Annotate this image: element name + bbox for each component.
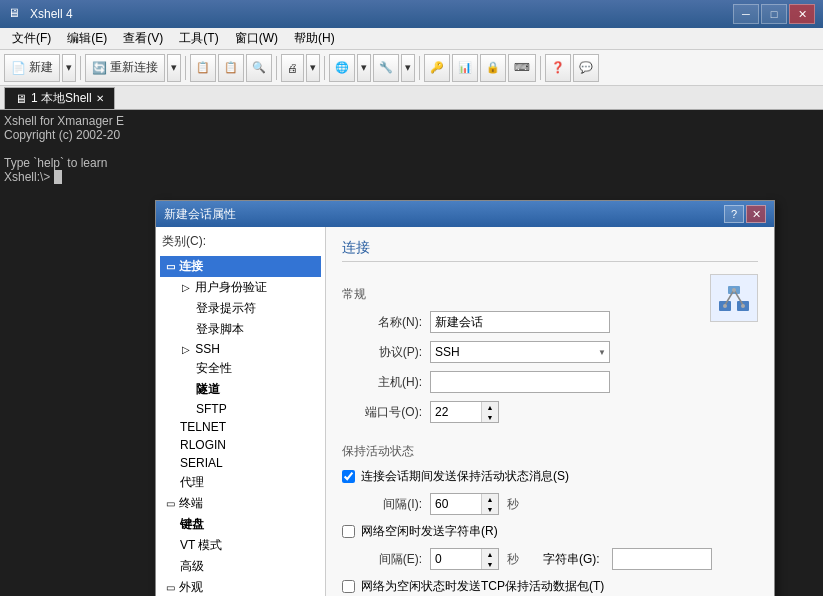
- toolbar-sep-2: [185, 56, 186, 80]
- protocol-row: 协议(P): SSH Telnet Rlogin Serial SFTP ▼: [342, 341, 710, 363]
- expander-ssh: ▷: [180, 344, 192, 355]
- menu-help[interactable]: 帮助(H): [286, 28, 343, 49]
- tree-node-terminal[interactable]: ▭ 终端: [160, 493, 321, 514]
- keyboard-button[interactable]: ⌨: [508, 54, 536, 82]
- reconnect-dropdown[interactable]: ▾: [167, 54, 181, 82]
- svg-point-6: [723, 304, 727, 308]
- section-title: 连接: [342, 239, 758, 262]
- expander-auth: ▷: [180, 282, 192, 293]
- idle-string-label: 字符串(G):: [543, 551, 600, 568]
- node-label-security: 安全性: [196, 361, 232, 375]
- keepalive-interval-input[interactable]: [431, 494, 481, 514]
- settings-button[interactable]: 🔧: [373, 54, 399, 82]
- tree-node-login-script[interactable]: 登录脚本: [160, 319, 321, 340]
- protocol-select[interactable]: SSH Telnet Rlogin Serial SFTP: [430, 341, 610, 363]
- tab-close-button[interactable]: ✕: [96, 93, 104, 104]
- maximize-button[interactable]: □: [761, 4, 787, 24]
- new-session-dialog: 新建会话属性 ? ✕ 类别(C): ▭ 连接 ▷ 用户身份验证 登录提示符: [155, 200, 775, 596]
- help-button[interactable]: ❓: [545, 54, 571, 82]
- tree-node-ssh[interactable]: ▷ SSH: [160, 340, 321, 358]
- tree-node-terminal-advanced[interactable]: 高级: [160, 556, 321, 577]
- name-input[interactable]: [430, 311, 610, 333]
- dialog-title-bar: 新建会话属性 ? ✕: [156, 201, 774, 227]
- new-button[interactable]: 📄 新建: [4, 54, 60, 82]
- port-input[interactable]: [431, 402, 481, 422]
- tree-node-sftp[interactable]: SFTP: [160, 400, 321, 418]
- port-spin-down[interactable]: ▼: [482, 412, 498, 422]
- tab-label: 1 本地Shell: [31, 90, 92, 107]
- terminal-line-1: Xshell for Xmanager E: [4, 114, 161, 128]
- browser-dropdown[interactable]: ▾: [357, 54, 371, 82]
- menu-view[interactable]: 查看(V): [115, 28, 171, 49]
- tab-local-shell[interactable]: 🖥 1 本地Shell ✕: [4, 87, 115, 109]
- port-row: 端口号(O): ▲ ▼: [342, 401, 710, 423]
- tree-node-vt-mode[interactable]: VT 模式: [160, 535, 321, 556]
- print-dropdown[interactable]: ▾: [306, 54, 320, 82]
- terminal-line-3: [4, 142, 161, 156]
- terminal-line-2: Copyright (c) 2002-20: [4, 128, 161, 142]
- idle-interval-input[interactable]: [431, 549, 481, 569]
- dialog-body: 类别(C): ▭ 连接 ▷ 用户身份验证 登录提示符 登录脚本 ▷: [156, 227, 774, 596]
- terminal-line-5: Xshell:\>: [4, 170, 161, 184]
- chat-button[interactable]: 💬: [573, 54, 599, 82]
- menu-window[interactable]: 窗口(W): [227, 28, 286, 49]
- port-label: 端口号(O):: [342, 404, 422, 421]
- keepalive-interval-row: 间隔(I): ▲ ▼ 秒: [342, 493, 758, 515]
- tree-node-keyboard[interactable]: 键盘: [160, 514, 321, 535]
- protocol-select-wrapper: SSH Telnet Rlogin Serial SFTP ▼: [430, 341, 610, 363]
- host-row: 主机(H):: [342, 371, 710, 393]
- keepalive-interval-spin-down[interactable]: ▼: [482, 504, 498, 514]
- node-label-telnet: TELNET: [180, 420, 226, 434]
- browser-button[interactable]: 🌐: [329, 54, 355, 82]
- send-msg-checkbox[interactable]: [342, 470, 355, 483]
- port-spin-up[interactable]: ▲: [482, 402, 498, 412]
- expander-connection: ▭: [164, 261, 176, 272]
- send-idle-checkbox[interactable]: [342, 525, 355, 538]
- node-label-serial: SERIAL: [180, 456, 223, 470]
- svg-point-7: [741, 304, 745, 308]
- tree-node-telnet[interactable]: TELNET: [160, 418, 321, 436]
- toolbar-sep-3: [276, 56, 277, 80]
- keepalive-interval-label: 间隔(I):: [362, 496, 422, 513]
- tree-node-rlogin[interactable]: RLOGIN: [160, 436, 321, 454]
- close-button[interactable]: ✕: [789, 4, 815, 24]
- tree-node-auth[interactable]: ▷ 用户身份验证: [160, 277, 321, 298]
- content-panel: 连接 常规 名称(N): 协议(P):: [326, 227, 774, 596]
- keepalive-interval-spin-up[interactable]: ▲: [482, 494, 498, 504]
- find-button[interactable]: 🔍: [246, 54, 272, 82]
- network-svg: [714, 281, 754, 316]
- port-spin-buttons: ▲ ▼: [481, 402, 498, 422]
- print-button[interactable]: 🖨: [281, 54, 304, 82]
- send-tcp-checkbox[interactable]: [342, 580, 355, 593]
- tree-node-tunnel[interactable]: 隧道: [160, 379, 321, 400]
- lock-button[interactable]: 🔒: [480, 54, 506, 82]
- main-area: Xshell for Xmanager E Copyright (c) 2002…: [0, 110, 823, 596]
- idle-interval-spin-up[interactable]: ▲: [482, 549, 498, 559]
- menu-edit[interactable]: 编辑(E): [59, 28, 115, 49]
- reconnect-button[interactable]: 🔄 重新连接: [85, 54, 165, 82]
- tree-node-security[interactable]: 安全性: [160, 358, 321, 379]
- dialog-close-button[interactable]: ✕: [746, 205, 766, 223]
- chart-button[interactable]: 📊: [452, 54, 478, 82]
- minimize-button[interactable]: ─: [733, 4, 759, 24]
- settings-dropdown[interactable]: ▾: [401, 54, 415, 82]
- toolbar-sep-5: [419, 56, 420, 80]
- new-dropdown[interactable]: ▾: [62, 54, 76, 82]
- idle-interval-label: 间隔(E):: [362, 551, 422, 568]
- tree-node-appearance[interactable]: ▭ 外观: [160, 577, 321, 596]
- dialog-help-button[interactable]: ?: [724, 205, 744, 223]
- paste-button[interactable]: 📋: [218, 54, 244, 82]
- host-input[interactable]: [430, 371, 610, 393]
- tree-node-login-prompt[interactable]: 登录提示符: [160, 298, 321, 319]
- idle-string-input[interactable]: [612, 548, 712, 570]
- idle-interval-spin-down[interactable]: ▼: [482, 559, 498, 569]
- menu-tools[interactable]: 工具(T): [171, 28, 226, 49]
- terminal[interactable]: Xshell for Xmanager E Copyright (c) 2002…: [0, 110, 165, 596]
- tree-node-connection[interactable]: ▭ 连接: [160, 256, 321, 277]
- tree-node-serial[interactable]: SERIAL: [160, 454, 321, 472]
- menu-file[interactable]: 文件(F): [4, 28, 59, 49]
- send-idle-row: 网络空闲时发送字符串(R): [342, 523, 758, 540]
- tree-node-proxy[interactable]: 代理: [160, 472, 321, 493]
- copy-button[interactable]: 📋: [190, 54, 216, 82]
- key-button[interactable]: 🔑: [424, 54, 450, 82]
